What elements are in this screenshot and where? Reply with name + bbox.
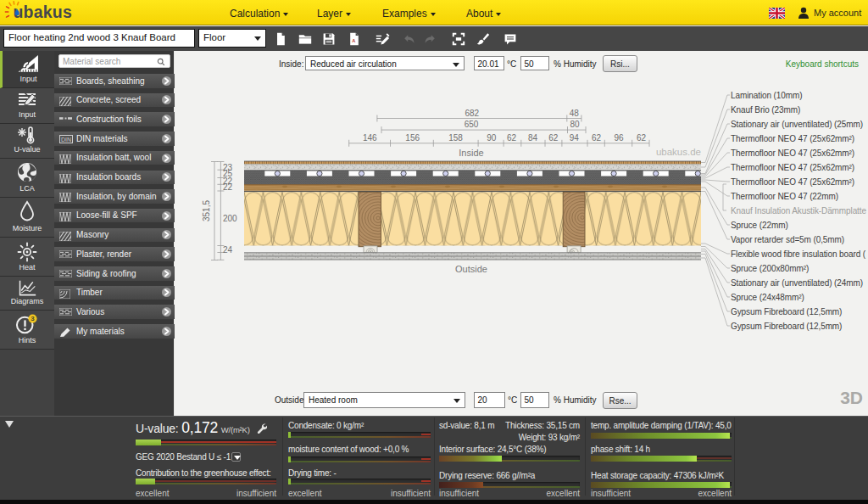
svg-text:Inside: Inside: [459, 148, 483, 158]
svg-text:158: 158: [448, 133, 463, 143]
svg-text:Outside: Outside: [455, 264, 487, 274]
svg-text:650: 650: [465, 120, 479, 129]
svg-text:Spruce (200x80mm²): Spruce (200x80mm²): [731, 264, 809, 273]
svg-text:48: 48: [570, 109, 580, 118]
svg-text:Vapor retarder sd=5m (0,5mm): Vapor retarder sd=5m (0,5mm): [731, 235, 844, 244]
svg-text:Stationary air (unventilated): Stationary air (unventilated) (25mm): [731, 120, 863, 129]
svg-text:Thermofloor NEO 47 (25x62mm²): Thermofloor NEO 47 (25x62mm²): [731, 148, 854, 158]
svg-text:Spruce (24x48mm²): Spruce (24x48mm²): [731, 293, 804, 302]
svg-text:Gypsum Fibreboard (12,5mm): Gypsum Fibreboard (12,5mm): [731, 322, 842, 331]
svg-text:ubakus: ubakus: [14, 3, 72, 21]
svg-text:146: 146: [363, 133, 377, 143]
svg-text:62: 62: [507, 133, 517, 143]
svg-text:351,5: 351,5: [202, 200, 211, 221]
svg-text:Thermofloor NEO 47 (25x62mm²): Thermofloor NEO 47 (25x62mm²): [731, 177, 854, 187]
svg-text:200: 200: [223, 214, 237, 223]
svg-text:DIN: DIN: [61, 137, 71, 143]
svg-text:Stationary air (unventilated): Stationary air (unventilated) (24mm): [731, 278, 863, 288]
svg-text:Spruce (22mm): Spruce (22mm): [731, 221, 788, 230]
svg-text:22: 22: [223, 182, 233, 192]
svg-text:62: 62: [548, 133, 559, 143]
svg-text:Flexible wood fibre insulation: Flexible wood fibre insulation board (: [731, 249, 866, 259]
svg-text:Thermofloor NEO 47 (22mm): Thermofloor NEO 47 (22mm): [731, 192, 838, 201]
svg-text:Thermofloor NEO 47 (25x62mm²): Thermofloor NEO 47 (25x62mm²): [731, 163, 854, 172]
svg-text:682: 682: [465, 109, 479, 118]
svg-text:90: 90: [487, 133, 497, 143]
svg-text:62: 62: [592, 133, 602, 143]
svg-text:A: A: [352, 38, 355, 43]
svg-text:156: 156: [405, 133, 420, 143]
svg-text:84: 84: [528, 133, 538, 143]
svg-text:96: 96: [614, 133, 624, 143]
svg-text:62: 62: [637, 133, 647, 143]
svg-text:80: 80: [570, 120, 581, 129]
svg-text:Lamination (10mm): Lamination (10mm): [731, 91, 802, 100]
svg-text:Gypsum Fibreboard (12,5mm): Gypsum Fibreboard (12,5mm): [731, 307, 842, 316]
svg-text:24: 24: [223, 245, 233, 255]
svg-text:Knauf Brio (23mm): Knauf Brio (23mm): [731, 105, 800, 115]
svg-text:Thermofloor NEO 47 (25x62mm²): Thermofloor NEO 47 (25x62mm²): [731, 134, 854, 143]
svg-text:3: 3: [31, 315, 35, 322]
svg-text:94: 94: [570, 133, 580, 143]
svg-text:ubakus.de: ubakus.de: [656, 147, 701, 157]
svg-text:Knauf Insulation Akustik-Dämmp: Knauf Insulation Akustik-Dämmplatte: [731, 206, 866, 216]
